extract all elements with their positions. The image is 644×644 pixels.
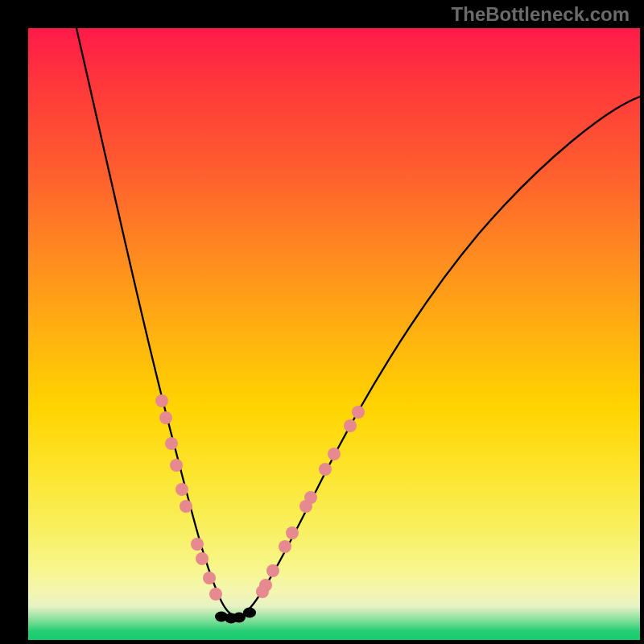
data-dot [266,564,279,577]
data-dot [279,540,291,553]
data-dot [319,463,332,476]
data-dot [203,572,216,584]
data-dot [159,411,172,424]
data-dot [175,483,188,496]
data-dot [352,406,365,419]
data-dot [328,448,341,460]
data-dot [170,459,183,472]
data-dot [259,579,272,592]
data-dot [243,608,256,618]
data-dot [196,552,208,565]
bottleneck-curve [76,28,640,616]
watermark-text: TheBottleneck.com [452,3,630,26]
plot-area [28,28,640,640]
data-dot [180,500,192,513]
data-dot [155,394,168,407]
data-dot [209,588,222,601]
data-dot [165,437,178,450]
data-dot [286,526,299,539]
data-dot [344,419,357,432]
data-dot [191,538,204,551]
chart-container: TheBottleneck.com [0,0,644,644]
curve-svg [28,28,640,640]
data-dot [304,491,317,504]
